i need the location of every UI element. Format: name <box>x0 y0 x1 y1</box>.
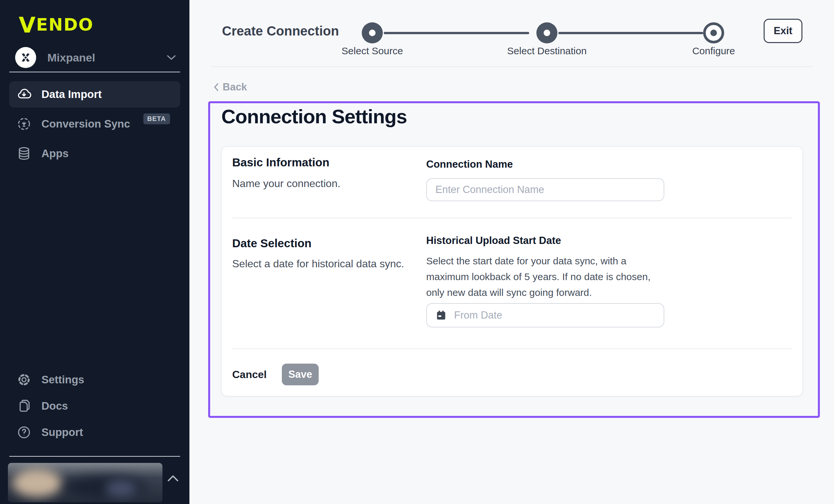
section-divider <box>232 349 792 349</box>
section-divider <box>232 218 792 218</box>
from-date-field <box>426 303 664 327</box>
connection-name-label: Connection Name <box>426 158 513 170</box>
date-selection-title: Date Selection <box>232 237 311 250</box>
sidebar-item-settings[interactable]: Settings <box>9 367 180 393</box>
sidebar-item-label: Apps <box>41 147 69 160</box>
sidebar-footer-nav: Settings Docs Support <box>9 367 180 445</box>
step-connector <box>558 32 703 34</box>
step-circle-select-source[interactable] <box>362 22 383 43</box>
calendar-icon <box>435 309 447 322</box>
sidebar-item-support[interactable]: Support <box>9 419 180 445</box>
chevron-up-icon[interactable] <box>167 474 179 483</box>
date-selection-subtitle: Select a date for historical data sync. <box>232 258 404 270</box>
basic-information-title: Basic Information <box>232 156 330 169</box>
cancel-button[interactable]: Cancel <box>232 369 267 381</box>
basic-information-subtitle: Name your connection. <box>232 178 341 190</box>
date-help-text: Select the start date for your data sync… <box>426 253 660 301</box>
step-connector <box>384 32 529 34</box>
step-circle-configure[interactable] <box>703 22 724 43</box>
historical-upload-start-date-label: Historical Upload Start Date <box>426 235 561 246</box>
back-link[interactable]: Back <box>214 81 247 93</box>
page-title: Create Connection <box>222 24 339 39</box>
user-account-blurred[interactable] <box>8 463 162 502</box>
section-title: Connection Settings <box>221 105 407 128</box>
sidebar-item-label: Data Import <box>41 88 102 101</box>
chevron-left-icon <box>214 83 219 91</box>
sidebar-nav: Data Import Conversion Sync BETA Apps <box>9 81 180 167</box>
workspace-switcher[interactable]: Mixpanel <box>15 47 176 68</box>
sidebar-divider <box>9 456 180 457</box>
connection-name-field <box>426 178 664 201</box>
user-avatar-blur <box>13 469 62 497</box>
step-circle-select-destination[interactable] <box>536 22 557 43</box>
sidebar-item-conversion-sync[interactable]: Conversion Sync BETA <box>9 111 180 137</box>
connection-name-input[interactable] <box>435 184 655 196</box>
step-label-select-source: Select Source <box>303 45 441 57</box>
vendo-logo: VVENDOENDO <box>19 15 94 36</box>
docs-icon <box>17 398 31 414</box>
back-label: Back <box>223 81 247 93</box>
settings-card: Basic Information Name your connection. … <box>221 146 803 396</box>
form-actions: Cancel Save <box>232 364 319 385</box>
sidebar-item-docs[interactable]: Docs <box>9 393 180 419</box>
header-divider <box>211 66 813 67</box>
main-area: Create Connection Select Source Select D… <box>190 0 834 504</box>
sidebar-item-label: Docs <box>41 400 68 412</box>
sidebar-item-data-import[interactable]: Data Import <box>9 81 180 108</box>
save-button[interactable]: Save <box>282 364 319 385</box>
sync-scan-icon <box>17 116 31 132</box>
exit-button[interactable]: Exit <box>764 19 803 43</box>
sidebar-item-label: Settings <box>41 373 84 386</box>
gear-icon <box>17 372 31 387</box>
cloud-download-icon <box>17 87 31 102</box>
help-icon <box>17 425 31 440</box>
sidebar-divider <box>9 72 180 72</box>
database-icon <box>17 146 31 161</box>
step-label-select-destination: Select Destination <box>478 45 616 57</box>
sidebar: VVENDOENDO Mixpanel Data Import <box>0 0 190 504</box>
from-date-input[interactable] <box>454 309 655 321</box>
step-label-configure: Configure <box>644 45 783 57</box>
user-text-blur <box>105 480 137 497</box>
mixpanel-logo-icon <box>15 47 36 68</box>
workspace-name: Mixpanel <box>47 51 95 64</box>
chevron-down-icon <box>167 54 176 61</box>
sidebar-item-label: Support <box>41 426 83 439</box>
beta-badge: BETA <box>144 113 170 124</box>
sidebar-item-apps[interactable]: Apps <box>9 140 180 167</box>
sidebar-item-label: Conversion Sync <box>41 118 130 130</box>
